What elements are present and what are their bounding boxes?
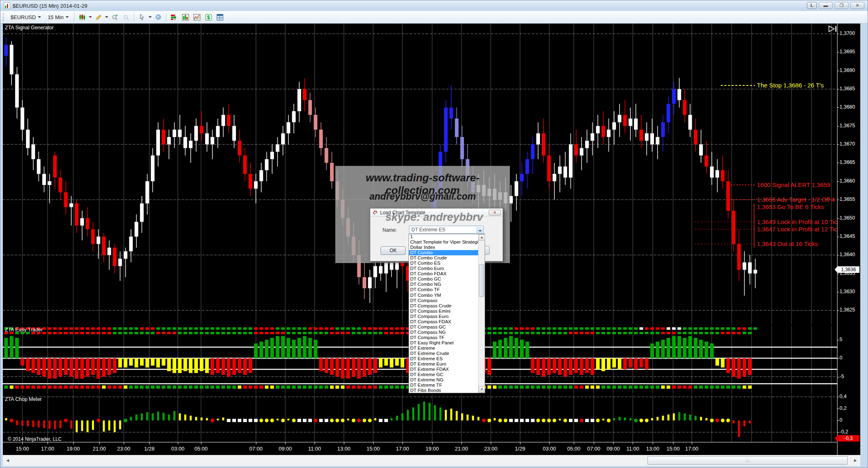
zoom-in-icon[interactable]: + bbox=[110, 12, 120, 22]
chevron-down-icon[interactable] bbox=[105, 16, 108, 18]
toolbar-grip[interactable] bbox=[3, 13, 6, 21]
template-list-item[interactable]: DT Compass bbox=[409, 298, 479, 303]
template-list-item[interactable]: DT Compass FDAX bbox=[409, 319, 479, 324]
minimize-button[interactable]: ▬ bbox=[819, 2, 833, 9]
template-name-combobox[interactable]: DT Extreme ES bbox=[409, 226, 484, 234]
scroll-down-icon[interactable]: ▼ bbox=[479, 386, 485, 393]
template-list-item[interactable]: DT Compass TF bbox=[409, 335, 479, 340]
chevron-down-icon[interactable] bbox=[149, 16, 152, 18]
template-list-item[interactable]: DT Extreme NG bbox=[409, 377, 479, 383]
template-list-item[interactable]: DT Combo ES bbox=[409, 261, 479, 266]
chop-value-tag: -0,3 bbox=[837, 435, 859, 442]
current-price-tag: 1,3636 bbox=[837, 266, 859, 273]
template-list-item[interactable]: DT Extreme FDAX bbox=[409, 367, 479, 372]
price-axis-label: 1,3645 bbox=[840, 233, 855, 239]
svg-text:$: $ bbox=[207, 15, 210, 20]
link-button[interactable]: L bbox=[807, 2, 817, 9]
chop-panel-label: ZTA Chop Meter bbox=[5, 396, 42, 402]
template-list-item[interactable]: DT Extreme TF bbox=[409, 383, 479, 388]
combobox-arrow-icon[interactable] bbox=[477, 226, 483, 233]
template-list-item[interactable]: DT Extreme Euro bbox=[409, 361, 479, 367]
template-list-item[interactable]: DT Combo FDAX bbox=[409, 271, 479, 276]
account-dollar-icon[interactable]: $ bbox=[203, 12, 213, 22]
template-list-item[interactable]: DT Combo GC bbox=[409, 276, 479, 282]
chart-app-icon bbox=[4, 2, 10, 9]
restore-button[interactable]: ❐ bbox=[835, 2, 848, 9]
dialog-title-bar[interactable]: Load Chart Template ✕ bbox=[370, 209, 503, 217]
template-list-item[interactable]: DT Combo Euro bbox=[409, 266, 479, 271]
list-scrollbar[interactable]: ▲ ▼ bbox=[478, 234, 485, 393]
template-dropdown-list[interactable]: 1Chart Template for Viper StrategiesDoll… bbox=[409, 234, 485, 393]
scroll-right-icon[interactable]: ► bbox=[851, 456, 859, 465]
price-axis-label: 1,3650 bbox=[840, 215, 855, 221]
stop-annotation: The Stop 1,3686 - 26 T's bbox=[757, 82, 837, 89]
template-list-item[interactable]: DT Combo TF bbox=[409, 287, 479, 292]
template-list-item[interactable]: 1 bbox=[409, 234, 479, 239]
toolbar-separator bbox=[166, 13, 166, 22]
template-list-item[interactable]: Chart Template for Viper Strategies bbox=[409, 239, 479, 245]
instrument-label: $EURUSD bbox=[11, 14, 36, 20]
combobox-value: DT Extreme ES bbox=[411, 227, 445, 233]
template-list-item[interactable]: DT Combo bbox=[409, 250, 479, 255]
chop-meter-canvas bbox=[3, 395, 837, 442]
chop-axis-label: -0,2 bbox=[840, 429, 848, 435]
price-axis-label: 1,3630 bbox=[840, 289, 855, 294]
chevron-down-icon[interactable] bbox=[89, 16, 92, 18]
interval-dropdown[interactable]: 15 Min bbox=[45, 13, 71, 21]
time-axis-label: 21:00 bbox=[455, 446, 468, 452]
toolbar: $EURUSD 15 Min + bbox=[0, 11, 868, 24]
main-panel-label: ZTA Signal Generator bbox=[5, 25, 54, 30]
time-axis-label: 19:00 bbox=[426, 446, 439, 452]
easy-axis-label: -5 bbox=[840, 374, 844, 379]
template-list-item[interactable]: DT Fibs Bonds bbox=[409, 388, 479, 393]
price-axis-label: 1,3670 bbox=[840, 141, 855, 147]
time-axis-label: 23:00 bbox=[117, 446, 131, 452]
time-axis-label: 15:00 bbox=[367, 446, 380, 452]
market-analyzer-icon[interactable] bbox=[169, 12, 179, 22]
chop-axis-label: 0,2 bbox=[840, 405, 846, 411]
dialog-close-icon[interactable]: ✕ bbox=[489, 210, 501, 215]
instrument-dropdown[interactable]: $EURUSD bbox=[8, 13, 44, 21]
template-list-item[interactable]: DT Compass Emini bbox=[409, 309, 479, 314]
zoom-out-icon[interactable] bbox=[121, 12, 131, 22]
template-list-item[interactable]: DT Extreme ES bbox=[409, 356, 479, 361]
time-axis[interactable]: 15:0017:0019:0021:0023:001/2803:0005:000… bbox=[3, 442, 837, 455]
chart-style-icon[interactable] bbox=[77, 12, 87, 22]
time-axis-label: 19:00 bbox=[67, 446, 80, 452]
scrollbar-thumb[interactable] bbox=[479, 264, 484, 297]
hscroll-thumb[interactable]: ⁞⁞⁞ bbox=[647, 456, 848, 465]
chevron-down-icon bbox=[38, 16, 41, 18]
template-list-item[interactable]: DT Compass NG bbox=[409, 330, 479, 335]
horizontal-scrollbar[interactable]: ◄ ⁞⁞⁞ ► bbox=[3, 455, 860, 466]
time-axis-label: 05:00 bbox=[567, 446, 581, 452]
grid-icon[interactable] bbox=[215, 12, 225, 22]
template-list-item[interactable]: DT Easy Right Panel bbox=[409, 340, 479, 346]
chop-axis-label: 0 bbox=[840, 417, 842, 423]
chart-window: $EURUSD (15 Min) 2014-01-29 L ▬ ❐ ✕ $EUR… bbox=[0, 0, 868, 468]
time-axis-label: 23:00 bbox=[484, 446, 498, 452]
scroll-up-icon[interactable]: ▲ bbox=[479, 234, 485, 241]
close-button[interactable]: ✕ bbox=[851, 2, 864, 9]
line-chart-icon[interactable] bbox=[192, 12, 202, 22]
template-list-item[interactable]: DT Combo Crude bbox=[409, 255, 479, 261]
price-axis-label: 1,3680 bbox=[840, 104, 855, 110]
draw-icon[interactable] bbox=[94, 12, 103, 22]
time-axis-label: 13:00 bbox=[337, 446, 351, 452]
data-box-icon[interactable] bbox=[153, 12, 163, 22]
template-list-item[interactable]: DT Extreme bbox=[409, 346, 479, 351]
time-axis-label: 11:00 bbox=[626, 446, 639, 452]
template-list-item[interactable]: DT Compass Euro bbox=[409, 314, 479, 319]
chart-bars-icon[interactable] bbox=[181, 12, 190, 22]
cursor-icon[interactable] bbox=[137, 12, 147, 22]
title-bar[interactable]: $EURUSD (15 Min) 2014-01-29 L ▬ ❐ ✕ bbox=[0, 0, 868, 11]
template-list-item[interactable]: DT Combo NG bbox=[409, 282, 479, 287]
template-list-item[interactable]: DT Extreme Crude bbox=[409, 351, 479, 356]
template-list-item[interactable]: DT Compass GC bbox=[409, 324, 479, 330]
ok-button[interactable]: OK bbox=[380, 246, 406, 255]
template-list-item[interactable]: Dollar Index bbox=[409, 245, 479, 250]
ninjatrader-icon bbox=[373, 210, 378, 215]
template-list-item[interactable]: DT Compass Crude bbox=[409, 303, 479, 309]
template-list-item[interactable]: DT Combo YM bbox=[409, 293, 479, 298]
scroll-left-icon[interactable]: ◄ bbox=[4, 456, 12, 465]
template-list-item[interactable]: DT Extreme GC bbox=[409, 372, 479, 377]
